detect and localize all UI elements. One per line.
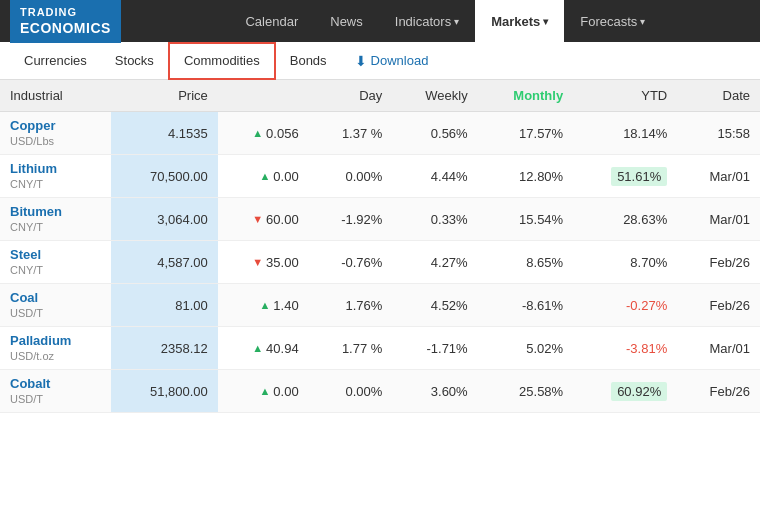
table-row: Copper USD/Lbs 4.1535 ▲ 0.056 1.37 % 0.5…	[0, 112, 760, 155]
ytd-value: 51.61%	[611, 167, 667, 186]
col-header-monthly: Monthly	[478, 80, 573, 112]
nav-markets-label: Markets	[491, 14, 540, 29]
markets-arrow-icon: ▾	[543, 16, 548, 27]
nav-news[interactable]: News	[314, 0, 379, 42]
change-value: 35.00	[266, 255, 299, 270]
ytd-cell: 28.63%	[573, 198, 677, 241]
ytd-cell: 8.70%	[573, 241, 677, 284]
monthly-cell: -8.61%	[478, 284, 573, 327]
commodity-name-cell[interactable]: Cobalt USD/T	[0, 370, 111, 413]
commodity-unit: USD/t.oz	[10, 350, 54, 362]
monthly-cell: 12.80%	[478, 155, 573, 198]
col-header-change	[218, 80, 309, 112]
day-cell: 1.37 %	[309, 112, 393, 155]
ytd-value: 28.63%	[623, 212, 667, 227]
download-icon: ⬇	[355, 53, 367, 69]
commodity-name-cell[interactable]: Coal USD/T	[0, 284, 111, 327]
date-cell: Mar/01	[677, 327, 760, 370]
col-header-price: Price	[111, 80, 217, 112]
price-cell: 81.00	[111, 284, 217, 327]
monthly-cell: 5.02%	[478, 327, 573, 370]
change-value: 60.00	[266, 212, 299, 227]
col-header-day: Day	[309, 80, 393, 112]
commodities-table: Industrial Price Day Weekly Monthly YTD …	[0, 80, 760, 413]
change-up-icon: ▲	[259, 170, 270, 182]
change-cell: ▲ 1.40	[218, 284, 309, 327]
top-navigation: TRADING ECONOMICS Calendar News Indicato…	[0, 0, 760, 42]
nav-calendar[interactable]: Calendar	[229, 0, 314, 42]
nav-forecasts-label: Forecasts	[580, 14, 637, 29]
commodity-name: Lithium	[10, 161, 101, 176]
date-cell: Mar/01	[677, 198, 760, 241]
monthly-cell: 8.65%	[478, 241, 573, 284]
table-row: Lithium CNY/T 70,500.00 ▲ 0.00 0.00% 4.4…	[0, 155, 760, 198]
ytd-value: 60.92%	[611, 382, 667, 401]
day-cell: 0.00%	[309, 155, 393, 198]
nav-indicators[interactable]: Indicators ▾	[379, 0, 475, 42]
sub-nav-commodities[interactable]: Commodities	[168, 42, 276, 80]
ytd-value: 8.70%	[630, 255, 667, 270]
ytd-value: 18.14%	[623, 126, 667, 141]
monthly-cell: 25.58%	[478, 370, 573, 413]
sub-nav-download[interactable]: ⬇ Download	[341, 42, 443, 80]
sub-nav-stocks[interactable]: Stocks	[101, 42, 168, 80]
logo[interactable]: TRADING ECONOMICS	[10, 0, 121, 43]
commodity-name-cell[interactable]: Copper USD/Lbs	[0, 112, 111, 155]
price-cell: 2358.12	[111, 327, 217, 370]
ytd-cell: -3.81%	[573, 327, 677, 370]
sub-nav-currencies[interactable]: Currencies	[10, 42, 101, 80]
weekly-cell: 3.60%	[392, 370, 477, 413]
table-row: Cobalt USD/T 51,800.00 ▲ 0.00 0.00% 3.60…	[0, 370, 760, 413]
day-cell: 0.00%	[309, 370, 393, 413]
table-header-row: Industrial Price Day Weekly Monthly YTD …	[0, 80, 760, 112]
commodity-name: Bitumen	[10, 204, 101, 219]
ytd-cell: 51.61%	[573, 155, 677, 198]
nav-forecasts[interactable]: Forecasts ▾	[564, 0, 661, 42]
commodity-name: Palladium	[10, 333, 101, 348]
date-cell: 15:58	[677, 112, 760, 155]
table-row: Bitumen CNY/T 3,064.00 ▼ 60.00 -1.92% 0.…	[0, 198, 760, 241]
commodities-table-container: Industrial Price Day Weekly Monthly YTD …	[0, 80, 760, 413]
commodity-name-cell[interactable]: Lithium CNY/T	[0, 155, 111, 198]
day-cell: 1.77 %	[309, 327, 393, 370]
col-header-weekly: Weekly	[392, 80, 477, 112]
weekly-cell: -1.71%	[392, 327, 477, 370]
change-value: 1.40	[273, 298, 298, 313]
sub-nav-bonds[interactable]: Bonds	[276, 42, 341, 80]
price-cell: 3,064.00	[111, 198, 217, 241]
commodity-name-cell[interactable]: Steel CNY/T	[0, 241, 111, 284]
logo-top: TRADING	[20, 5, 111, 19]
table-row: Steel CNY/T 4,587.00 ▼ 35.00 -0.76% 4.27…	[0, 241, 760, 284]
commodity-unit: USD/T	[10, 393, 43, 405]
table-row: Palladium USD/t.oz 2358.12 ▲ 40.94 1.77 …	[0, 327, 760, 370]
commodity-unit: CNY/T	[10, 221, 43, 233]
weekly-cell: 4.27%	[392, 241, 477, 284]
nav-markets[interactable]: Markets ▾	[475, 0, 564, 42]
download-label: Download	[371, 53, 429, 68]
date-cell: Feb/26	[677, 241, 760, 284]
day-cell: -1.92%	[309, 198, 393, 241]
ytd-value: -3.81%	[626, 341, 667, 356]
table-row: Coal USD/T 81.00 ▲ 1.40 1.76% 4.52% -8.6…	[0, 284, 760, 327]
commodity-name: Copper	[10, 118, 101, 133]
col-header-name: Industrial	[0, 80, 111, 112]
date-cell: Mar/01	[677, 155, 760, 198]
sub-navigation: Currencies Stocks Commodities Bonds ⬇ Do…	[0, 42, 760, 80]
change-value: 0.056	[266, 126, 299, 141]
commodity-name-cell[interactable]: Bitumen CNY/T	[0, 198, 111, 241]
price-cell: 51,800.00	[111, 370, 217, 413]
col-header-ytd: YTD	[573, 80, 677, 112]
change-up-icon: ▲	[259, 385, 270, 397]
change-value: 40.94	[266, 341, 299, 356]
commodity-name-cell[interactable]: Palladium USD/t.oz	[0, 327, 111, 370]
change-cell: ▲ 40.94	[218, 327, 309, 370]
change-cell: ▼ 60.00	[218, 198, 309, 241]
commodity-name: Coal	[10, 290, 101, 305]
forecasts-arrow-icon: ▾	[640, 16, 645, 27]
col-header-date: Date	[677, 80, 760, 112]
weekly-cell: 4.44%	[392, 155, 477, 198]
monthly-cell: 15.54%	[478, 198, 573, 241]
nav-indicators-label: Indicators	[395, 14, 451, 29]
day-cell: -0.76%	[309, 241, 393, 284]
nav-items: Calendar News Indicators ▾ Markets ▾ For…	[141, 0, 750, 42]
